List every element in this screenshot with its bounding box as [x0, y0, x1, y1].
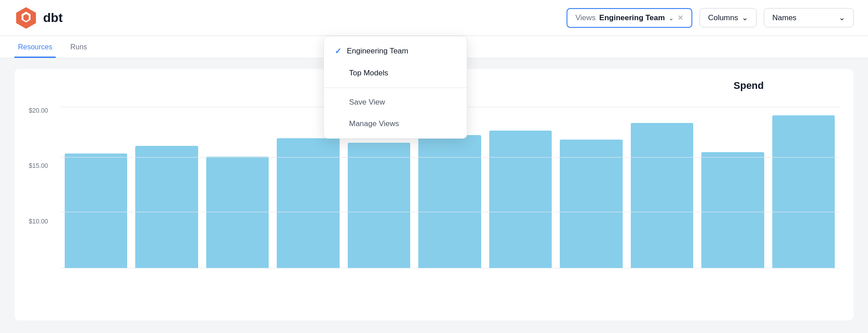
- bar-2: [206, 157, 269, 268]
- bar-col-0: [65, 102, 127, 268]
- views-button[interactable]: Views Engineering Team ⌄ ✕: [567, 8, 692, 28]
- header: dbt Views Engineering Team ⌄ ✕ Columns ⌄…: [0, 0, 868, 36]
- chart-title: Spend: [734, 80, 764, 92]
- bar-3: [277, 138, 339, 268]
- dropdown-section-views: ✓ Engineering Team Top Models: [324, 36, 467, 88]
- dbt-logo-icon: [14, 6, 38, 30]
- logo-area: dbt: [14, 6, 63, 30]
- names-label: Names: [772, 13, 797, 22]
- columns-button[interactable]: Columns ⌄: [700, 8, 757, 27]
- views-dropdown: ✓ Engineering Team Top Models Save View …: [323, 36, 467, 139]
- bar-1: [135, 146, 198, 268]
- check-icon: ✓: [335, 46, 341, 56]
- dropdown-item-label: Manage Views: [349, 119, 399, 128]
- app-title: dbt: [43, 11, 63, 25]
- bar-col-7: [560, 102, 622, 268]
- dropdown-section-actions: Save View Manage Views: [324, 88, 467, 138]
- dropdown-item-manage-views[interactable]: Manage Views: [324, 113, 467, 135]
- views-value: Engineering Team: [599, 13, 665, 22]
- chevron-down-icon: ⌄: [742, 13, 748, 22]
- tab-runs[interactable]: Runs: [66, 38, 90, 58]
- tab-resources[interactable]: Resources: [14, 38, 56, 58]
- bar-col-6: [489, 102, 552, 268]
- grid-line-low: [60, 212, 839, 212]
- dropdown-item-label: Save View: [349, 98, 385, 107]
- dropdown-item-top-models[interactable]: Top Models: [324, 62, 467, 84]
- grid-line-mid: [60, 157, 839, 158]
- bar-7: [560, 140, 622, 268]
- header-controls: Views Engineering Team ⌄ ✕ Columns ⌄ Nam…: [567, 8, 854, 28]
- chevron-down-icon: ⌄: [669, 14, 674, 22]
- dropdown-item-label: Top Models: [349, 69, 388, 78]
- chevron-down-icon: ⌄: [839, 13, 845, 22]
- bar-9: [701, 152, 764, 268]
- bar-col-8: [631, 102, 693, 268]
- names-button[interactable]: Names ⌄: [764, 8, 854, 27]
- dropdown-item-label: Engineering Team: [347, 47, 408, 56]
- bar-col-1: [135, 102, 198, 268]
- bar-col-2: [206, 102, 269, 268]
- dropdown-item-engineering-team[interactable]: ✓ Engineering Team: [324, 40, 467, 62]
- bar-6: [489, 131, 552, 268]
- bar-8: [631, 123, 693, 268]
- bar-col-9: [701, 102, 764, 268]
- dropdown-item-save-view[interactable]: Save View: [324, 92, 467, 113]
- bar-4: [348, 143, 410, 268]
- views-label: Views: [576, 13, 596, 22]
- y-label-15: $15.00: [29, 162, 60, 169]
- bar-10: [772, 115, 835, 268]
- columns-label: Columns: [708, 13, 738, 22]
- y-label-10: $10.00: [29, 218, 60, 225]
- bar-5: [418, 135, 481, 268]
- bar-col-10: [772, 102, 835, 268]
- close-icon[interactable]: ✕: [678, 13, 683, 22]
- y-label-20: $20.00: [29, 107, 60, 114]
- bar-0: [65, 153, 127, 268]
